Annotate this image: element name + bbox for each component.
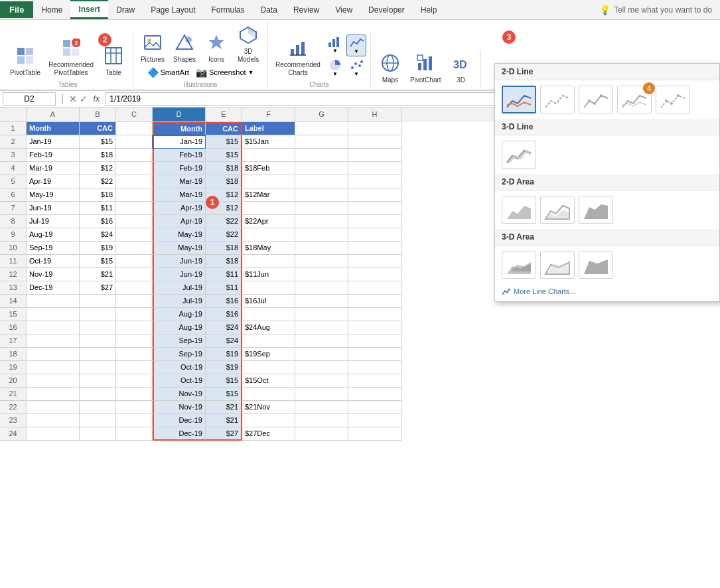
tell-me-box[interactable]: 💡 Tell me what you want to do xyxy=(591,5,720,15)
cell-c2[interactable] xyxy=(116,135,153,149)
cell-c18[interactable] xyxy=(116,348,153,361)
cell-f3[interactable] xyxy=(242,149,295,162)
cell-b19[interactable] xyxy=(80,361,116,374)
cell-d8[interactable]: Apr-19 xyxy=(153,215,206,228)
row-header-2[interactable]: 2 xyxy=(0,135,27,149)
cell-g10[interactable] xyxy=(295,242,348,255)
cell-c20[interactable] xyxy=(116,374,153,388)
cell-g7[interactable] xyxy=(295,202,348,215)
area-chart-icon-3[interactable] xyxy=(579,196,613,224)
cell-e5[interactable]: $18 xyxy=(206,175,242,188)
smartart-button[interactable]: 🔷 SmartArt xyxy=(145,66,192,78)
cell-h5[interactable] xyxy=(348,175,401,188)
cell-h2[interactable] xyxy=(348,135,401,149)
cell-h13[interactable] xyxy=(348,281,401,295)
col-header-e[interactable]: E xyxy=(206,108,242,122)
cell-d17[interactable]: Sep-19 xyxy=(153,334,206,348)
cell-a7[interactable]: Jun-19 xyxy=(27,202,80,215)
cell-f11[interactable] xyxy=(242,255,295,268)
cell-e14[interactable]: $16 xyxy=(206,295,242,308)
row-header-11[interactable]: 11 xyxy=(0,255,27,268)
cell-e3[interactable]: $15 xyxy=(206,149,242,162)
cell-c7[interactable] xyxy=(116,202,153,215)
cell-d15[interactable]: Aug-19 xyxy=(153,308,206,321)
row-header-14[interactable]: 14 xyxy=(0,295,27,308)
cell-d1[interactable]: Month xyxy=(153,122,206,135)
cell-b17[interactable] xyxy=(80,334,116,348)
line-chart-icon-3[interactable] xyxy=(579,86,613,113)
col-header-d[interactable]: D xyxy=(153,108,206,122)
cell-d7[interactable]: Apr-19 xyxy=(153,202,206,215)
cell-a16[interactable] xyxy=(27,321,80,334)
area-chart-icon-1[interactable] xyxy=(502,196,536,224)
cell-b4[interactable]: $12 xyxy=(80,162,116,175)
cell-h19[interactable] xyxy=(348,361,401,374)
cell-f5[interactable] xyxy=(242,175,295,188)
cell-b14[interactable] xyxy=(80,295,116,308)
more-line-charts-link[interactable]: More Line Charts... xyxy=(495,284,719,301)
tab-page-layout[interactable]: Page Layout xyxy=(143,2,203,18)
cell-c6[interactable] xyxy=(116,188,153,202)
cell-a22[interactable] xyxy=(27,401,80,414)
cell-f20[interactable]: $15Oct xyxy=(242,374,295,388)
cell-a15[interactable] xyxy=(27,308,80,321)
3d-area-chart-icon-2[interactable] xyxy=(540,251,575,279)
cell-a20[interactable] xyxy=(27,374,80,388)
cell-e1[interactable]: CAC xyxy=(206,122,242,135)
cell-e18[interactable]: $19 xyxy=(206,348,242,361)
col-header-a[interactable]: A xyxy=(27,108,80,122)
cell-b12[interactable]: $21 xyxy=(80,268,116,281)
cell-b24[interactable] xyxy=(80,427,116,441)
cell-e17[interactable]: $24 xyxy=(206,334,242,348)
cell-c3[interactable] xyxy=(116,149,153,162)
cell-h23[interactable] xyxy=(348,414,401,427)
cell-f18[interactable]: $19Sep xyxy=(242,348,295,361)
cell-g19[interactable] xyxy=(295,361,348,374)
cell-c4[interactable] xyxy=(116,162,153,175)
cell-d11[interactable]: Jun-19 xyxy=(153,255,206,268)
cell-h7[interactable] xyxy=(348,202,401,215)
icons-button[interactable]: Icons xyxy=(201,32,232,65)
cell-g3[interactable] xyxy=(295,149,348,162)
cell-g20[interactable] xyxy=(295,374,348,388)
cell-g15[interactable] xyxy=(295,308,348,321)
cell-c23[interactable] xyxy=(116,414,153,427)
cell-e16[interactable]: $24 xyxy=(206,321,242,334)
cell-e12[interactable]: $11 xyxy=(206,268,242,281)
cell-g22[interactable] xyxy=(295,401,348,414)
cell-a17[interactable] xyxy=(27,334,80,348)
cell-f4[interactable]: $18Feb xyxy=(242,162,295,175)
pictures-button[interactable]: Pictures xyxy=(137,32,168,65)
cell-g18[interactable] xyxy=(295,348,348,361)
row-header-16[interactable]: 16 xyxy=(0,321,27,334)
tab-review[interactable]: Review xyxy=(285,2,327,18)
tab-home[interactable]: Home xyxy=(33,2,70,18)
cell-e4[interactable]: $18 xyxy=(206,162,242,175)
tab-view[interactable]: View xyxy=(327,2,360,18)
cell-g23[interactable] xyxy=(295,414,348,427)
cell-h1[interactable] xyxy=(348,122,401,135)
cell-f16[interactable]: $24Aug xyxy=(242,321,295,334)
cell-b3[interactable]: $18 xyxy=(80,149,116,162)
cell-f1[interactable]: Label xyxy=(242,122,295,135)
cell-a24[interactable] xyxy=(27,427,80,441)
file-tab[interactable]: File xyxy=(0,1,33,18)
cell-b9[interactable]: $24 xyxy=(80,228,116,242)
cell-d18[interactable]: Sep-19 xyxy=(153,348,206,361)
tab-formulas[interactable]: Formulas xyxy=(204,2,253,18)
3d-models-button[interactable]: 3DModels xyxy=(233,24,263,65)
col-header-g[interactable]: G xyxy=(295,108,348,122)
cell-g21[interactable] xyxy=(295,388,348,401)
cell-d12[interactable]: Jun-19 xyxy=(153,268,206,281)
cell-h8[interactable] xyxy=(348,215,401,228)
cell-reference[interactable] xyxy=(3,92,56,106)
cell-a23[interactable] xyxy=(27,414,80,427)
recommended-charts-button[interactable]: RecommendedCharts xyxy=(272,37,324,78)
pivot-chart-button[interactable]: PivotChart xyxy=(407,52,445,86)
cell-b5[interactable]: $22 xyxy=(80,175,116,188)
cell-b1[interactable]: CAC xyxy=(80,122,116,135)
cell-b22[interactable] xyxy=(80,401,116,414)
cell-f7[interactable] xyxy=(242,202,295,215)
cell-g5[interactable] xyxy=(295,175,348,188)
cell-g24[interactable] xyxy=(295,427,348,441)
